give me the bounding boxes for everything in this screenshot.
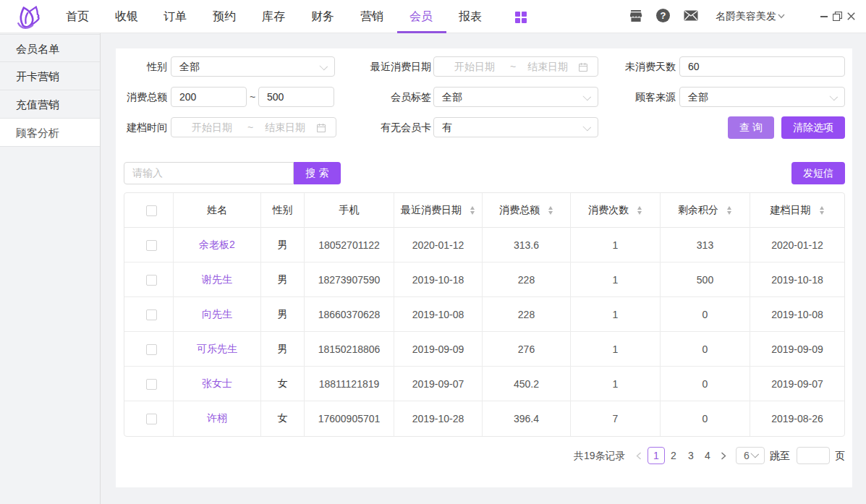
svg-text:?: ? — [661, 10, 666, 21]
